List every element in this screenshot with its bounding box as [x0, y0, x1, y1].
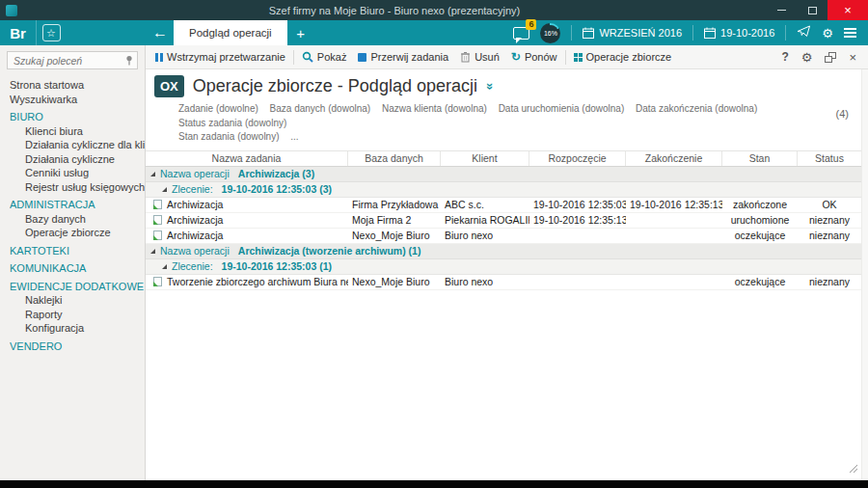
sidebar-item-konfiguracja[interactable]: Konfiguracja — [10, 322, 145, 336]
menu-button[interactable] — [844, 28, 856, 38]
sidebar-item-raporty[interactable]: Raporty — [10, 309, 145, 322]
toolbar-operacje-zbiorcze-menu[interactable]: Operacje zbiorcze — [568, 45, 678, 68]
progress-indicator[interactable]: 16% — [540, 23, 560, 43]
month-picker[interactable]: WRZESIEŃ 2016 — [583, 27, 682, 39]
filter-data-uruchomienia[interactable]: Data uruchomienia (dowolna) — [499, 102, 625, 117]
command-search — [7, 51, 138, 69]
close-view-button[interactable]: × — [849, 50, 856, 65]
close-button[interactable]: × — [827, 0, 868, 20]
filter-status-zadania[interactable]: Status zadania (dowolny) — [178, 117, 286, 131]
filter-baza-danych[interactable]: Baza danych (dowolna) — [270, 102, 371, 117]
vertical-scrollbar[interactable] — [861, 69, 868, 480]
cell-status: nieznany — [798, 230, 861, 241]
collapse-triangle-icon — [150, 172, 155, 176]
subgroup-label-prefix: Zlecenie: — [172, 260, 213, 272]
appbar-right-cluster: 6 16% WRZESIEŃ 2016 19-10-2016 ⚙ — [513, 20, 868, 45]
group-row-archiwizacja[interactable]: Nazwa operacjiArchiwizacja (3) — [146, 167, 861, 182]
task-icon — [153, 230, 162, 240]
minimize-button[interactable] — [766, 0, 797, 20]
help-button[interactable]: ? — [781, 50, 788, 64]
maximize-button[interactable] — [797, 0, 827, 20]
module-badge: OX — [154, 75, 184, 97]
table-row[interactable]: Archiwizacja Firma Przykładowa ABC s.c. … — [146, 198, 861, 213]
sidebar-item-klienci-biura[interactable]: Klienci biura — [10, 125, 145, 139]
sidebar-item-cenniki-uslug[interactable]: Cenniki usług — [10, 167, 145, 180]
sidebar-item-strona-startowa[interactable]: Strona startowa — [10, 79, 145, 93]
detach-window-button[interactable] — [825, 52, 836, 63]
filter-data-zakonczenia[interactable]: Data zakończenia (dowolna) — [636, 102, 757, 117]
favorites-button[interactable]: ☆ — [37, 20, 66, 45]
collapse-triangle-icon — [162, 264, 167, 269]
toolbar-pokaz-button[interactable]: Pokaż — [296, 45, 353, 68]
view-settings-button[interactable]: ⚙ — [801, 50, 813, 65]
toolbar-operacje-label: Operacje zbiorcze — [586, 51, 672, 63]
notifications-button[interactable]: 6 — [513, 27, 529, 40]
sidebar-section-administracja[interactable]: ADMINISTRACJA — [10, 199, 145, 212]
sidebar-item-naklejki[interactable]: Naklejki — [10, 294, 145, 308]
toolbar-pokaz-label: Pokaż — [317, 51, 347, 63]
sidebar-section-komunikacja[interactable]: KOMUNIKACJA — [10, 262, 145, 276]
cell-name: Archiwizacja — [167, 230, 223, 241]
sidebar-section-kartoteki[interactable]: KARTOTEKI — [10, 245, 145, 258]
column-header-stan[interactable]: Stan — [722, 151, 798, 166]
table-row[interactable]: Archiwizacja Moja Firma 2 Piekarnia ROGA… — [146, 213, 861, 229]
toolbar-przerwij-zadania-button[interactable]: Przerwij zadania — [352, 45, 454, 68]
title-expander-chevron-icon[interactable]: » — [483, 83, 498, 90]
table-row[interactable]: Archiwizacja Nexo_Moje Biuro Biuro nexo … — [146, 229, 861, 244]
toolbar-separator — [565, 50, 566, 65]
sidebar-item-bazy-danych[interactable]: Bazy danych — [10, 213, 145, 227]
cell-client: Piekarnia ROGALIK — [441, 214, 529, 226]
cell-state: oczekujące — [722, 276, 798, 287]
column-header-baza-danych[interactable]: Baza danych — [348, 151, 441, 166]
filter-bar: Zadanie (dowolne) Baza danych (dowolna) … — [178, 102, 868, 145]
toolbar-usun-button[interactable]: Usuń — [454, 45, 505, 68]
date-picker[interactable]: 19-10-2016 — [704, 27, 774, 39]
resize-grip[interactable] — [850, 460, 858, 477]
filter-zadanie[interactable]: Zadanie (dowolne) — [178, 102, 258, 117]
table-row[interactable]: Tworzenie zbiorczego archiwum Biura nexo… — [146, 275, 861, 290]
filter-nazwa-klienta[interactable]: Nazwa klienta (dowolna) — [382, 102, 487, 117]
column-header-nazwa-zadania[interactable]: Nazwa zadania — [146, 151, 348, 166]
cell-state: oczekujące — [722, 230, 798, 241]
sidebar-section-biuro[interactable]: BIURO — [10, 111, 145, 124]
column-header-rozpoczecie[interactable]: Rozpoczęcie — [529, 151, 626, 166]
cell-db: Moja Firma 2 — [348, 214, 441, 226]
app-icon — [6, 5, 17, 16]
toolbar-wstrzymaj-przetwarzanie-button[interactable]: Wstrzymaj przetwarzanie — [149, 45, 291, 68]
subgroup-row-zlecenie[interactable]: Zlecenie:19-10-2016 12:35:03 (1) — [146, 259, 861, 275]
sidebar-item-dzialania-cykliczne[interactable]: Działania cykliczne — [10, 153, 145, 167]
sidebar-item-rejestr-uslug-ksiegowych[interactable]: Rejestr usług księgowych — [10, 181, 145, 195]
sidebar-item-dzialania-cykliczne-dla-klienta[interactable]: Działania cykliczne dla klienta — [10, 139, 145, 152]
tab-podglad-operacji[interactable]: Podgląd operacji — [174, 20, 287, 45]
group-label-value: Archiwizacja (3) — [238, 168, 314, 179]
toolbar-ponow-button[interactable]: ↻ Ponów — [505, 45, 563, 68]
cell-name: Archiwizacja — [167, 214, 223, 226]
pin-icon[interactable] — [124, 55, 134, 68]
group-row-archiwizacja-tworzenie[interactable]: Nazwa operacjiArchiwizacja (tworzenie ar… — [146, 244, 861, 259]
column-header-klient[interactable]: Klient — [441, 151, 529, 166]
content-area: OX Operacje zbiorcze - Podgląd operacji … — [146, 69, 868, 480]
sidebar-item-wyszukiwarka[interactable]: Wyszukiwarka — [10, 94, 145, 107]
subgroup-label-value: 19-10-2016 12:35:03 (1) — [222, 260, 332, 272]
sidebar-section-ewidencje-dodatkowe[interactable]: EWIDENCJE DODATKOWE — [10, 281, 145, 294]
task-icon — [153, 277, 162, 286]
column-header-status[interactable]: Status — [798, 151, 861, 166]
new-tab-button[interactable]: + — [287, 20, 314, 45]
refresh-icon: ↻ — [511, 51, 521, 63]
settings-button[interactable]: ⚙ — [822, 26, 833, 41]
sidebar-menu: Strona startowa Wyszukiwarka BIURO Klien… — [0, 74, 145, 353]
cell-state: zakończone — [722, 199, 798, 210]
sidebar-item-operacje-zbiorcze[interactable]: Operacje zbiorcze — [10, 227, 145, 240]
filter-stan-zadania[interactable]: Stan zadania (dowolny) — [178, 130, 280, 145]
cell-start: 19-10-2016 12:35:13 — [529, 214, 626, 226]
more-filters-button[interactable]: ... — [290, 130, 298, 145]
send-button[interactable] — [797, 24, 811, 41]
notification-badge: 6 — [526, 19, 536, 30]
back-button[interactable]: ← — [147, 20, 174, 45]
calendar-icon — [583, 27, 594, 39]
sidebar-section-vendero[interactable]: VENDERO — [10, 340, 145, 354]
subgroup-row-zlecenie[interactable]: Zlecenie:19-10-2016 12:35:03 (3) — [146, 182, 861, 198]
search-input[interactable] — [7, 51, 138, 69]
column-header-zakonczenie[interactable]: Zakończenie — [626, 151, 722, 166]
content-header: OX Operacje zbiorcze - Podgląd operacji … — [146, 69, 868, 97]
